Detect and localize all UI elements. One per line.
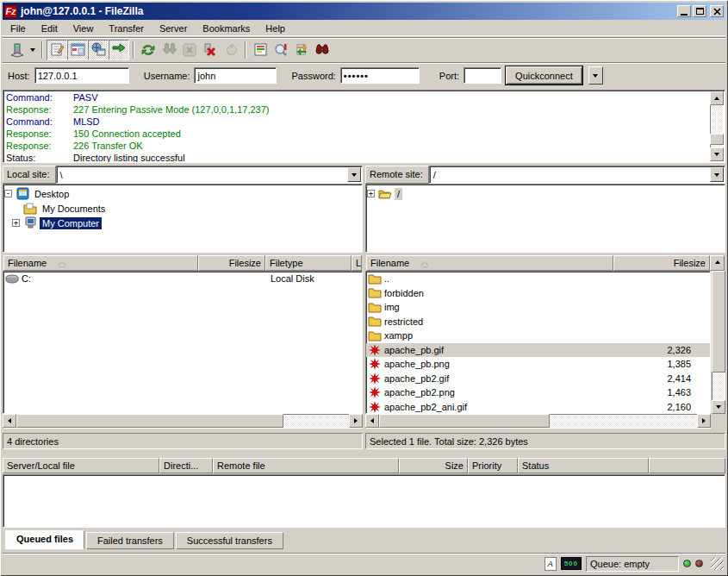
disconnect-button[interactable] xyxy=(200,40,221,60)
remote-file-row-selected[interactable]: apache_pb.gif2,326 xyxy=(366,343,710,358)
remote-file-row[interactable]: .. xyxy=(366,272,710,286)
remote-file-row[interactable]: apache_pb2.png1,463 xyxy=(366,385,710,400)
resize-grip[interactable] xyxy=(711,557,724,570)
remote-file-row[interactable]: xampp xyxy=(366,329,710,343)
compare-button[interactable] xyxy=(271,40,291,60)
scroll-down-button[interactable] xyxy=(712,400,725,414)
column-filetype[interactable]: Filetype xyxy=(265,255,352,271)
remote-vscroll-up[interactable] xyxy=(710,255,725,271)
scrollbar-thumb[interactable] xyxy=(712,271,725,373)
menu-bookmarks[interactable]: Bookmarks xyxy=(195,22,258,35)
remote-file-row[interactable]: img xyxy=(366,300,710,315)
combo-dropdown-button[interactable] xyxy=(347,167,361,182)
local-tree: - Desktop My Documents + My Computer xyxy=(3,184,363,253)
menu-edit[interactable]: Edit xyxy=(34,22,65,35)
username-input[interactable] xyxy=(194,67,277,84)
host-label: Host: xyxy=(8,71,30,81)
sync-browse-button[interactable] xyxy=(291,40,312,60)
tree-node-label: My Computer xyxy=(40,217,102,229)
toolbar-separator xyxy=(245,41,246,59)
remote-site-label: Remote site: xyxy=(365,166,429,184)
site-manager-dropdown[interactable] xyxy=(27,40,38,60)
menu-view[interactable]: View xyxy=(65,22,102,35)
cancel-button[interactable] xyxy=(179,40,200,60)
password-input[interactable] xyxy=(340,67,420,84)
port-input[interactable] xyxy=(464,67,501,84)
quickconnect-dropdown[interactable] xyxy=(588,66,603,85)
arrow-left-icon xyxy=(8,418,11,423)
remote-file-row[interactable]: apache_pb.png1,385 xyxy=(366,357,710,372)
menu-help[interactable]: Help xyxy=(258,22,293,35)
find-button[interactable] xyxy=(312,40,333,60)
remote-hscrollbar[interactable] xyxy=(365,414,711,429)
my-computer-icon xyxy=(23,216,37,230)
menu-file[interactable]: File xyxy=(3,22,34,35)
scrollbar-thumb[interactable] xyxy=(710,134,724,145)
column-filesize[interactable]: Filesize xyxy=(613,255,710,271)
scrollbar-thumb[interactable] xyxy=(379,414,550,428)
column-remote-file[interactable]: Remote file xyxy=(213,458,399,473)
remote-file-row[interactable]: apache_pb2_ani.gif2,160 xyxy=(366,400,710,415)
tab-queued-files[interactable]: Queued files xyxy=(5,530,84,549)
expand-toggle[interactable]: + xyxy=(367,190,375,197)
scroll-left-button[interactable] xyxy=(365,414,379,428)
transfer-queue-icon xyxy=(112,42,127,57)
remote-site-combo[interactable]: / xyxy=(429,166,725,184)
column-size[interactable]: Size xyxy=(399,458,468,473)
column-filename[interactable]: Filename xyxy=(366,255,613,271)
reconnect-button[interactable] xyxy=(221,40,241,60)
tab-successful-transfers[interactable]: Successful transfers xyxy=(176,532,283,549)
local-site-combo[interactable]: \ xyxy=(56,166,363,184)
menu-transfer[interactable]: Transfer xyxy=(101,22,152,35)
menu-server[interactable]: Server xyxy=(152,22,195,35)
tab-failed-transfers[interactable]: Failed transfers xyxy=(86,532,174,549)
image-file-icon xyxy=(368,400,382,414)
sort-asc-icon xyxy=(59,262,65,266)
column-direction[interactable]: Directi... xyxy=(159,458,213,473)
remote-vscrollbar[interactable] xyxy=(712,271,725,414)
expand-toggle[interactable]: + xyxy=(12,219,20,227)
close-button[interactable] xyxy=(710,5,724,17)
column-status[interactable]: Status xyxy=(518,458,649,473)
scroll-left-button[interactable] xyxy=(3,414,16,428)
combo-dropdown-button[interactable] xyxy=(710,167,724,182)
column-filename[interactable]: Filename xyxy=(3,255,198,271)
local-list-header: Filename Filesize Filetype L xyxy=(3,255,362,271)
scroll-down-button[interactable] xyxy=(710,147,724,161)
log-scrollbar[interactable] xyxy=(710,91,724,161)
toggle-transfer-queue-button[interactable] xyxy=(109,40,129,60)
tree-node-my-documents[interactable]: My Documents xyxy=(4,201,361,216)
scroll-up-button[interactable] xyxy=(710,91,724,105)
toggle-remote-tree-button[interactable] xyxy=(88,40,109,60)
tree-node-my-computer[interactable]: + My Computer xyxy=(4,216,361,230)
scroll-right-button[interactable] xyxy=(697,414,711,428)
column-priority[interactable]: Priority xyxy=(468,458,518,473)
scroll-right-button[interactable] xyxy=(349,414,363,428)
remote-file-row[interactable]: forbidden xyxy=(366,286,710,301)
filter-button[interactable] xyxy=(250,40,271,60)
toggle-local-tree-button[interactable] xyxy=(67,40,88,60)
site-manager-button[interactable] xyxy=(6,40,27,60)
process-queue-button[interactable] xyxy=(159,40,179,60)
maximize-button[interactable] xyxy=(693,5,706,17)
local-file-row[interactable]: C: Local Disk xyxy=(3,272,362,286)
column-filesize[interactable]: Filesize xyxy=(198,255,265,271)
tree-node-desktop[interactable]: - Desktop xyxy=(4,186,361,201)
quickconnect-button[interactable]: Quickconnect xyxy=(506,66,582,85)
remote-file-list: .. forbidden img restricted xampp apache… xyxy=(365,271,711,414)
column-server-local-file[interactable]: Server/Local file xyxy=(3,458,159,473)
remote-file-row[interactable]: apache_pb2.gif2,414 xyxy=(366,372,710,386)
column-last-modified[interactable]: L xyxy=(352,255,362,271)
minimize-button[interactable] xyxy=(677,5,691,17)
arrow-up-icon xyxy=(715,260,720,264)
queue-size-indicator: Queue: empty xyxy=(586,556,679,572)
toggle-message-log-button[interactable] xyxy=(47,40,67,60)
remote-file-row[interactable]: restricted xyxy=(366,315,710,329)
cancel-icon xyxy=(183,43,196,57)
collapse-toggle[interactable]: - xyxy=(4,190,12,197)
refresh-button[interactable] xyxy=(138,40,159,60)
host-input[interactable] xyxy=(34,67,129,84)
local-hscrollbar[interactable] xyxy=(3,414,363,429)
scrollbar-thumb[interactable] xyxy=(16,414,283,428)
tree-node-root[interactable]: + / xyxy=(367,186,724,201)
